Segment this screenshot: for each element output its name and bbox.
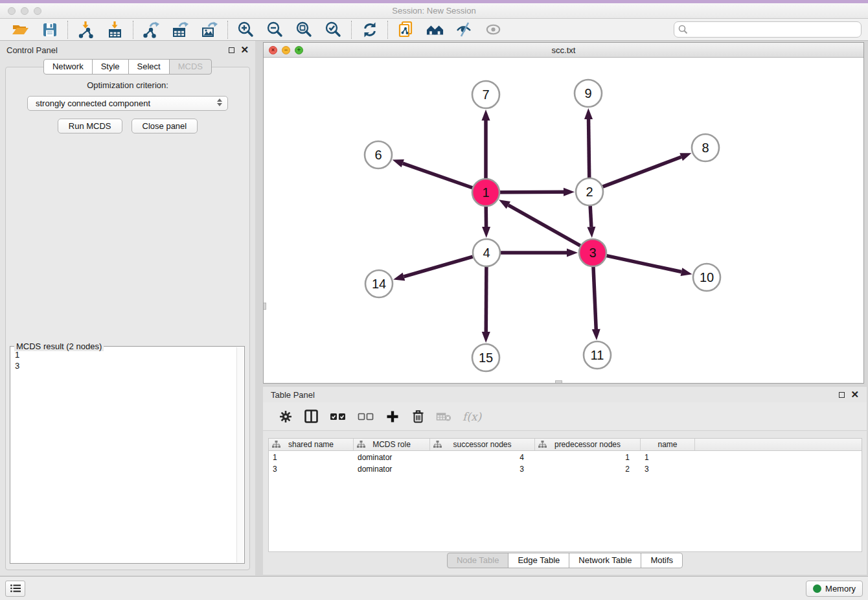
zoom-out-button[interactable] — [266, 21, 284, 38]
tab-style[interactable]: Style — [92, 59, 129, 75]
tab-node-table[interactable]: Node Table — [447, 553, 509, 568]
network-graph[interactable]: 7968124314101511 — [264, 58, 863, 383]
export-table-button[interactable] — [172, 21, 189, 38]
tab-network-table[interactable]: Network Table — [569, 553, 641, 568]
add-column-button[interactable] — [385, 408, 400, 425]
search-input[interactable] — [674, 21, 862, 38]
cell-name: 3 — [641, 465, 695, 474]
tab-network[interactable]: Network — [43, 59, 93, 75]
refresh-view-button[interactable] — [361, 21, 378, 38]
table-panel-header: Table Panel ✕ — [263, 387, 867, 402]
float-table-panel-icon[interactable] — [839, 392, 845, 398]
show-elements-button[interactable] — [485, 21, 502, 38]
graph-node-10[interactable]: 10 — [693, 264, 720, 291]
graph-node-2[interactable]: 2 — [576, 178, 603, 205]
control-panel-tabs: Network Style Select MCDS — [0, 59, 255, 75]
delete-column-button[interactable] — [411, 408, 425, 425]
graph-node-1[interactable]: 1 — [472, 179, 499, 206]
graph-node-8[interactable]: 8 — [692, 134, 719, 161]
column-header-predecessor-nodes[interactable]: predecessor nodes — [535, 439, 641, 450]
export-network-button[interactable] — [143, 21, 160, 38]
hierarchy-icon — [433, 441, 442, 448]
column-header-name[interactable]: name — [641, 439, 695, 450]
cell-mcds-role: dominator — [354, 465, 430, 474]
svg-text:8: 8 — [702, 141, 709, 155]
graph-node-3[interactable]: 3 — [579, 239, 606, 266]
graph-node-15[interactable]: 15 — [472, 344, 499, 371]
hierarchy-icon — [357, 441, 365, 448]
network-canvas[interactable]: 7968124314101511 — [264, 58, 863, 383]
optimization-criterion-select[interactable]: strongly connected component — [27, 96, 228, 111]
import-table-button[interactable] — [106, 21, 124, 38]
log-console-button[interactable] — [5, 581, 25, 597]
import-network-button[interactable] — [77, 21, 95, 38]
hierarchy-icon — [538, 441, 547, 448]
show-columns-button[interactable] — [304, 408, 319, 425]
graph-node-9[interactable]: 9 — [575, 80, 602, 107]
graph-node-14[interactable]: 14 — [365, 270, 393, 297]
zoom-selected-button[interactable] — [325, 21, 342, 38]
export-image-button[interactable] — [201, 21, 218, 38]
run-mcds-button[interactable]: Run MCDS — [58, 119, 122, 133]
table-settings-button[interactable] — [279, 408, 293, 425]
hide-elements-button[interactable] — [455, 21, 473, 38]
clear-table-icon — [436, 411, 451, 422]
svg-text:11: 11 — [591, 348, 604, 362]
toolbar-separator — [351, 21, 352, 39]
zoom-fit-button[interactable] — [295, 21, 313, 38]
save-session-button[interactable] — [41, 21, 58, 38]
network-view-window: × − + scc.txt 7968124314101511 — [263, 42, 864, 384]
select-all-columns-button[interactable] — [330, 408, 347, 425]
tab-select[interactable]: Select — [128, 59, 170, 75]
column-header-shared-name[interactable]: shared name — [269, 439, 354, 450]
cell-predecessor-nodes: 2 — [535, 465, 641, 474]
table-row[interactable]: 3 dominator 3 2 3 — [269, 464, 862, 474]
control-panel-header: Control Panel ✕ — [0, 41, 255, 59]
apply-function-button[interactable]: f(x) — [463, 408, 481, 425]
optimization-criterion-label: Optimization criterion: — [6, 80, 249, 90]
cell-name: 1 — [641, 453, 695, 462]
close-panel-icon[interactable]: ✕ — [240, 47, 249, 53]
clear-table-button[interactable] — [436, 408, 451, 425]
column-header-mcds-role[interactable]: MCDS role — [354, 439, 430, 450]
memory-button[interactable]: Memory — [806, 581, 863, 597]
svg-text:7: 7 — [482, 87, 489, 102]
cell-shared-name: 1 — [269, 453, 354, 462]
float-panel-icon[interactable] — [229, 47, 234, 53]
memory-status-icon — [813, 584, 821, 593]
table-panel-title: Table Panel — [271, 390, 315, 400]
table-tabs: Node Table Edge Table Network Table Moti… — [263, 553, 867, 568]
zoom-in-button[interactable] — [237, 21, 255, 38]
tab-edge-table[interactable]: Edge Table — [508, 553, 569, 568]
table-row[interactable]: 1 dominator 4 1 1 — [269, 452, 862, 463]
graph-node-7[interactable]: 7 — [472, 81, 499, 108]
open-session-button[interactable] — [12, 21, 29, 38]
home-button[interactable] — [426, 21, 444, 38]
export-image-icon — [201, 21, 218, 38]
close-panel-button[interactable]: Close panel — [131, 119, 198, 133]
svg-text:6: 6 — [374, 148, 382, 162]
node-table[interactable]: shared name MCDS role — [268, 438, 862, 552]
splitter-handle[interactable] — [264, 303, 266, 310]
share-session-button[interactable] — [397, 21, 415, 38]
select-arrows-icon — [217, 98, 222, 106]
app-titlebar: Session: New Session — [0, 3, 868, 19]
graph-node-4[interactable]: 4 — [473, 239, 500, 266]
close-table-panel-icon[interactable]: ✕ — [851, 391, 859, 398]
graph-node-11[interactable]: 11 — [584, 341, 611, 369]
tab-mcds[interactable]: MCDS — [169, 59, 212, 75]
zoom-selected-icon — [325, 21, 342, 38]
splitter-handle[interactable] — [555, 380, 562, 383]
main-toolbar — [0, 19, 868, 41]
tab-motifs[interactable]: Motifs — [641, 553, 683, 568]
export-network-icon — [143, 21, 160, 38]
graph-node-6[interactable]: 6 — [365, 141, 392, 168]
network-window-titlebar[interactable]: × − + scc.txt — [264, 43, 863, 58]
cell-shared-name: 3 — [269, 465, 354, 474]
eye-slash-icon — [455, 21, 473, 38]
mcds-panel-body: Optimization criterion: strongly connect… — [5, 67, 250, 570]
column-header-successor-nodes[interactable]: successor nodes — [430, 439, 535, 450]
result-scrollbar[interactable] — [236, 347, 244, 562]
svg-text:1: 1 — [482, 185, 489, 200]
deselect-all-columns-button[interactable] — [358, 408, 374, 425]
